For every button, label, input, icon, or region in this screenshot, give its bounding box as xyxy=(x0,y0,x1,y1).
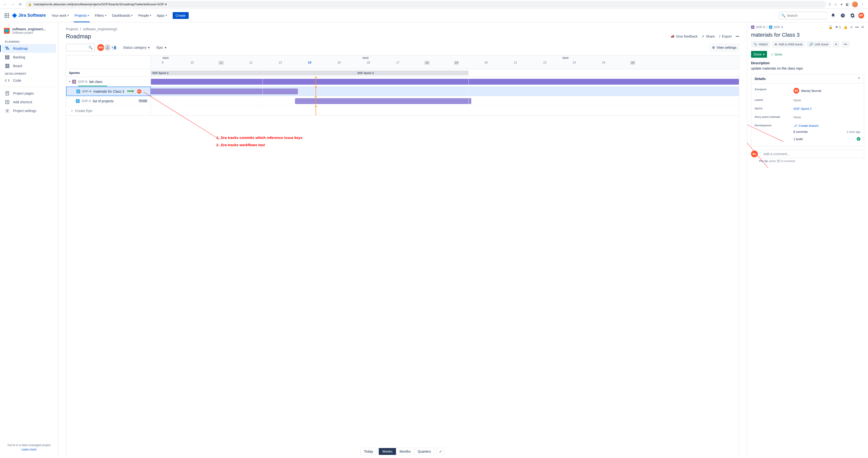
task2-bar[interactable] xyxy=(295,98,471,104)
svg-rect-3 xyxy=(5,15,6,16)
filter-search[interactable]: 🔍 xyxy=(66,44,95,51)
url-bar[interactable]: 🔒 maciejskorski.atlassian.net/jira/softw… xyxy=(25,1,826,8)
panel-icon[interactable]: ◧ xyxy=(846,2,849,6)
create-epic-button[interactable]: + Create Epic xyxy=(66,106,151,116)
svg-rect-18 xyxy=(8,64,9,68)
parent-key-link[interactable]: SOF-6 xyxy=(756,25,765,29)
quarters-button[interactable]: Quarters xyxy=(414,448,434,455)
sidebar-item-roadmap[interactable]: Roadmap xyxy=(2,44,56,53)
give-feedback-button[interactable]: 📣Give feedback xyxy=(671,34,698,38)
task1-key: SOF-4 xyxy=(82,89,91,93)
nav-your-work[interactable]: Your work▾ xyxy=(50,12,71,19)
more-menu[interactable]: ••• xyxy=(736,34,739,38)
attach-button[interactable]: 📎Attach xyxy=(751,41,770,48)
watch-button[interactable]: 👁 1 xyxy=(835,25,841,29)
browser-toolbar: ← → ⟳ 🔒 maciejskorski.atlassian.net/jira… xyxy=(0,0,868,9)
nav-filters[interactable]: Filters▾ xyxy=(93,12,108,19)
add-child-button[interactable]: ⊕Add a child issue xyxy=(772,41,805,48)
export-button[interactable]: ⤴Export xyxy=(719,34,732,38)
user-avatar[interactable]: MS xyxy=(858,12,864,19)
task-row-2[interactable]: ✓ SOF-5 list of projects TO DO xyxy=(66,96,151,106)
story-points-value[interactable]: None xyxy=(794,115,861,119)
nav-apps[interactable]: Apps▾ xyxy=(155,12,169,19)
upload-icon[interactable]: ⇧ xyxy=(828,2,831,6)
sidebar-item-pages[interactable]: Project pages xyxy=(2,89,56,98)
learn-more-link[interactable]: Learn more xyxy=(4,448,54,451)
app-switcher-icon[interactable] xyxy=(4,12,10,19)
status-dropdown[interactable]: Done▾ xyxy=(751,51,767,58)
task2-status: TO DO xyxy=(138,99,148,103)
assignee-label: Assignee xyxy=(755,88,794,93)
issue-key-link[interactable]: SOF-4 xyxy=(774,25,783,29)
star-icon[interactable]: ☆ xyxy=(834,2,837,6)
months-button[interactable]: Months xyxy=(396,448,414,455)
breadcrumb-projects[interactable]: Projects xyxy=(66,27,78,31)
browser-profile-avatar[interactable] xyxy=(852,1,858,7)
share-button[interactable]: ↗Share xyxy=(702,34,715,38)
chevron-down-icon[interactable]: ▾ xyxy=(69,80,70,83)
epic-filter[interactable]: Epic▾ xyxy=(155,44,168,51)
epic-row[interactable]: ▾ ⚡ SOF-6 lab class xyxy=(66,77,151,86)
sprint-bar-1[interactable]: SOF Sprint 2 xyxy=(151,70,262,76)
commits-count[interactable]: 6 commits xyxy=(794,130,808,134)
search-input[interactable] xyxy=(787,13,829,18)
filter-search-input[interactable] xyxy=(68,46,88,50)
weeks-button[interactable]: Weeks xyxy=(379,448,396,455)
status-filter[interactable]: Status category▾ xyxy=(121,44,152,51)
sidebar-item-code[interactable]: Code xyxy=(2,76,56,85)
branch-icon: ⎇ xyxy=(794,124,797,127)
check-icon: ✓ xyxy=(771,53,774,56)
today-button[interactable]: Today xyxy=(361,448,377,455)
sidebar-item-shortcut[interactable]: Add shortcut xyxy=(2,98,56,107)
task1-bar[interactable] xyxy=(151,88,298,94)
help-icon[interactable]: ? xyxy=(839,12,847,20)
link-issue-button[interactable]: 🔗Link issue xyxy=(807,41,831,48)
comment-input[interactable]: Add a comment... xyxy=(760,150,864,158)
link-dropdown-button[interactable]: ▾ xyxy=(833,41,839,48)
task1-status: DONE xyxy=(126,89,135,93)
notifications-icon[interactable] xyxy=(829,12,837,20)
issue-title[interactable]: materials for Class 3 xyxy=(751,32,864,38)
breadcrumb-project[interactable]: software_engineering2 xyxy=(83,27,117,31)
nav-projects[interactable]: Projects▾ xyxy=(73,12,91,19)
nav-people[interactable]: People▾ xyxy=(136,12,153,19)
close-panel-button[interactable]: ✕ xyxy=(861,25,864,29)
unlock-icon[interactable]: 🔓 xyxy=(829,25,833,29)
sidebar-item-settings[interactable]: Project settings xyxy=(2,107,56,115)
view-settings-button[interactable]: ⚙ View settings xyxy=(709,44,739,51)
extensions-icon[interactable]: ✦ xyxy=(840,2,843,6)
labels-value[interactable]: None xyxy=(794,98,861,102)
backlog-icon xyxy=(5,55,10,60)
issue-more-menu[interactable]: ••• xyxy=(855,25,859,29)
svg-point-24 xyxy=(107,46,108,48)
like-button[interactable]: 👍 xyxy=(843,25,847,29)
nav-dashboards[interactable]: Dashboards▾ xyxy=(110,12,135,19)
sprint-value[interactable]: SOF Sprint 2 xyxy=(794,107,861,111)
sidebar-item-backlog[interactable]: Backlog xyxy=(2,53,56,62)
forward-button[interactable]: → xyxy=(10,1,16,7)
description-text[interactable]: update materials on the class repo xyxy=(751,66,864,70)
settings-icon[interactable] xyxy=(848,12,857,20)
global-search[interactable]: 🔍 xyxy=(779,12,827,20)
create-branch-link[interactable]: ⎇ Create branch xyxy=(794,124,861,127)
timeline-header: MAR MAR MAR 9 10 11 12 13 14 15 16 17 18… xyxy=(151,56,739,69)
issue-actions-button[interactable]: ••• xyxy=(841,41,849,48)
build-count[interactable]: 1 build xyxy=(794,137,803,141)
jira-logo[interactable]: Jira Software xyxy=(11,12,46,19)
epic-bar[interactable] xyxy=(151,79,739,85)
share-issue-button[interactable]: ↗ xyxy=(850,25,853,29)
details-toggle[interactable]: Details ⌃ xyxy=(751,75,864,83)
sidebar-item-board[interactable]: Board xyxy=(2,62,56,70)
reload-button[interactable]: ⟳ xyxy=(18,1,23,7)
create-button[interactable]: Create xyxy=(173,12,189,19)
browser-menu-icon[interactable]: ⋮ xyxy=(861,2,864,6)
task-row-1[interactable]: ✓ SOF-4 materials for Class 3 DONE MS xyxy=(66,87,151,96)
assignee-value[interactable]: MS Maciej Skorski xyxy=(794,88,861,93)
expand-button[interactable]: ⤢ xyxy=(436,448,445,455)
sidebar: software_engineeri... Software project P… xyxy=(0,22,58,458)
add-people-button[interactable]: +👤 xyxy=(111,44,118,51)
back-button[interactable]: ← xyxy=(2,1,8,7)
search-icon: 🔍 xyxy=(88,46,93,50)
project-header[interactable]: software_engineeri... Software project xyxy=(2,27,56,38)
sprint-bar-2[interactable]: SOF Sprint 3 xyxy=(262,70,468,76)
